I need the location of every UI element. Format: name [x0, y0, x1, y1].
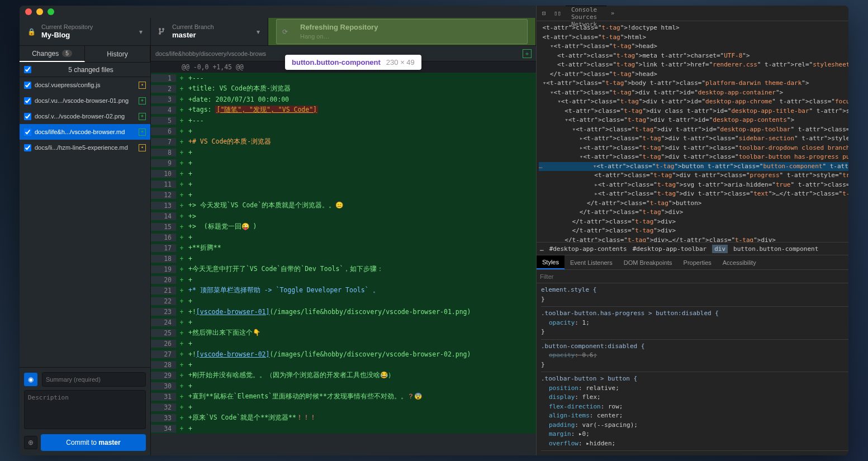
tab-history[interactable]: History	[85, 46, 150, 62]
styles-filter-row: :hov .cls ＋	[537, 270, 848, 283]
diff-body[interactable]: @@ -0,0 +1,45 @@1++---2++title: VS Code的…	[151, 61, 536, 455]
chevron-down-icon: ▾	[139, 28, 143, 36]
repo-label: Current Repository	[41, 23, 93, 31]
crumb[interactable]: #desktop-app-toolbar	[633, 245, 706, 253]
file-row[interactable]: docs/life&h.../vscode-browser.md+	[20, 124, 150, 140]
devtools-pane: ⊡ ▯▯ ElementsConsoleSourcesNetwork » ⊗ 3…	[536, 6, 848, 455]
styles-panel: StylesEvent ListenersDOM BreakpointsProp…	[537, 255, 848, 455]
chevron-down-icon: ▾	[257, 28, 260, 36]
tooltip-dimensions: 230 × 49	[386, 58, 415, 66]
file-status-icon: +	[139, 113, 146, 120]
file-row[interactable]: docs/li.../hzm-line5-experience.md•	[20, 140, 150, 155]
sidebar: Changes 5 History 5 changed files docs/.…	[20, 46, 151, 455]
crumb[interactable]: button.button-component	[733, 245, 818, 253]
summary-input[interactable]	[42, 372, 146, 387]
refresh-title: Refreshing Repository	[300, 23, 378, 32]
styles-tab[interactable]: Event Listeners	[565, 255, 618, 269]
styles-tab[interactable]: Styles	[537, 255, 565, 269]
changes-count-badge: 5	[62, 50, 72, 57]
styles-tabs: StylesEvent ListenersDOM BreakpointsProp…	[537, 255, 848, 270]
styles-tab[interactable]: Accessibility	[717, 255, 762, 269]
commit-button[interactable]: Commit to master	[41, 434, 146, 451]
file-checkbox[interactable]	[24, 113, 31, 120]
crumb[interactable]: #desktop-app-contents	[549, 245, 627, 253]
files-header: 5 changed files	[20, 63, 150, 77]
description-input[interactable]	[24, 390, 146, 429]
inspect-icon[interactable]: ⊡	[539, 9, 549, 17]
devtools-tab[interactable]: Console	[566, 6, 606, 13]
file-row[interactable]: docs/.vuepress/config.js•	[20, 77, 150, 93]
crumb[interactable]: div	[712, 245, 728, 253]
lock-icon: 🔒	[27, 28, 36, 36]
style-rules[interactable]: element.style {}.toolbar-button.has-prog…	[537, 283, 848, 455]
branch-icon	[159, 26, 167, 37]
app-window: 🔒 Current Repository My-Blog ▾ Current B…	[20, 6, 848, 455]
file-row[interactable]: docs/.vu.../vscode-browser-01.png+	[20, 93, 150, 108]
branch-dropdown[interactable]: Current Branch master ▾	[151, 18, 268, 45]
styles-tab[interactable]: Properties	[678, 255, 717, 269]
file-name: docs/li.../hzm-line5-experience.md	[35, 144, 135, 151]
styles-filter-input[interactable]	[540, 273, 848, 280]
repo-name: My-Blog	[41, 31, 93, 40]
titlebar	[20, 6, 536, 18]
device-icon[interactable]: ▯▯	[551, 9, 565, 17]
breadcrumbs[interactable]: …#desktop-app-contents#desktop-app-toolb…	[537, 242, 848, 255]
file-status-icon: +	[139, 129, 146, 136]
devtools-tabs: ⊡ ▯▯ ElementsConsoleSourcesNetwork » ⊗ 3…	[537, 6, 848, 21]
minimize-button[interactable]	[36, 8, 43, 15]
elements-tree[interactable]: <t-attr">class="t-tag">!doctype html> <t…	[537, 21, 848, 242]
file-checkbox[interactable]	[24, 144, 31, 151]
refresh-sub: Hang on…	[300, 32, 378, 40]
push-pull-button[interactable]: ⟳ Refreshing Repository Hang on…	[268, 18, 536, 45]
coauthor-button[interactable]: ⊕	[24, 436, 37, 449]
file-status-icon: +	[139, 97, 146, 104]
traffic-lights	[25, 8, 54, 15]
file-checkbox[interactable]	[24, 97, 31, 104]
repo-dropdown[interactable]: 🔒 Current Repository My-Blog ▾	[20, 18, 151, 45]
file-name: docs/.vuepress/config.js	[35, 82, 135, 88]
diff-path: docs/life&hobby/discovery/vscode-brows	[155, 50, 266, 57]
select-all-checkbox[interactable]	[24, 66, 31, 73]
file-name: docs/life&h.../vscode-browser.md	[35, 129, 135, 135]
file-name: docs/.v.../vscode-browser-02.png	[35, 113, 135, 120]
more-tabs-icon[interactable]: »	[608, 9, 618, 17]
file-status-icon: •	[139, 82, 146, 89]
file-checkbox[interactable]	[24, 129, 31, 136]
styles-tab[interactable]: DOM Breakpoints	[618, 255, 678, 269]
file-name: docs/.vu.../vscode-browser-01.png	[35, 97, 135, 104]
github-desktop-pane: 🔒 Current Repository My-Blog ▾ Current B…	[20, 6, 536, 455]
tooltip-selector: button.button-component	[292, 58, 381, 66]
file-list: docs/.vuepress/config.js•docs/.vu.../vsc…	[20, 77, 150, 367]
avatar: ◉	[24, 373, 37, 386]
tab-changes[interactable]: Changes 5	[20, 46, 85, 62]
devtools-tab[interactable]: Sources	[566, 13, 606, 21]
close-button[interactable]	[25, 8, 32, 15]
toolbar: 🔒 Current Repository My-Blog ▾ Current B…	[20, 18, 536, 46]
diff-view: docs/life&hobby/discovery/vscode-brows +…	[151, 46, 536, 455]
branch-name: master	[172, 31, 214, 40]
sidebar-tabs: Changes 5 History	[20, 46, 150, 63]
inspect-tooltip: button.button-component 230 × 49	[285, 55, 421, 70]
sync-icon: ⟳	[282, 28, 288, 36]
maximize-button[interactable]	[48, 8, 54, 15]
branch-label: Current Branch	[172, 23, 214, 31]
file-status-icon: •	[139, 144, 146, 151]
file-checkbox[interactable]	[24, 82, 31, 89]
crumb[interactable]: …	[540, 245, 544, 253]
add-status-icon: +	[523, 49, 532, 58]
file-row[interactable]: docs/.v.../vscode-browser-02.png+	[20, 108, 150, 124]
commit-form: ◉ ⊕ Commit to master	[20, 367, 150, 455]
